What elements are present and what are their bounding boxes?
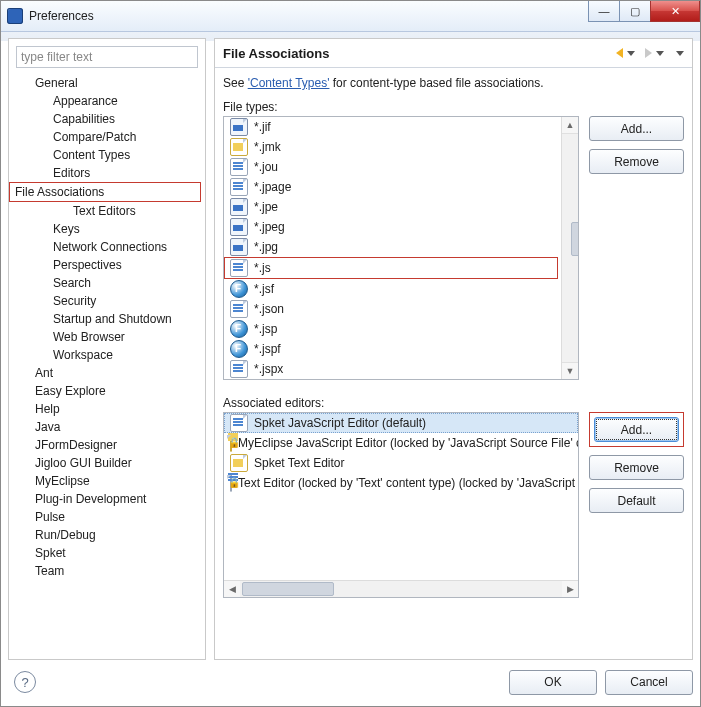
associated-editor-item[interactable]: Text Editor (locked by 'Text' content ty… <box>224 473 578 493</box>
tree-item[interactable]: Capabilities <box>9 110 205 128</box>
tree-item[interactable]: Appearance <box>9 92 205 110</box>
tree-item[interactable]: Security <box>9 292 205 310</box>
filetype-item[interactable]: *.jpeg <box>224 217 562 237</box>
tree-item[interactable]: Compare/Patch <box>9 128 205 146</box>
tree-item[interactable]: Jigloo GUI Builder <box>9 454 205 472</box>
add-button-highlight: Add... <box>589 412 684 447</box>
minimize-button[interactable]: — <box>588 1 619 22</box>
tree-item[interactable]: MyEclipse <box>9 472 205 490</box>
filetypes-add-button[interactable]: Add... <box>589 116 684 141</box>
associated-editors-list[interactable]: Spket JavaScript Editor (default)MyEclip… <box>223 412 579 598</box>
content-types-link[interactable]: 'Content Types' <box>248 76 330 90</box>
dialog-button-bar: ? OK Cancel <box>8 665 693 699</box>
tree-item[interactable]: Network Connections <box>9 238 205 256</box>
hscroll-right-icon[interactable]: ▶ <box>562 581 578 597</box>
file-icon <box>230 218 248 236</box>
file-icon: F <box>230 320 248 338</box>
filetype-item[interactable]: F*.jsp <box>224 319 562 339</box>
help-icon[interactable]: ? <box>14 671 36 693</box>
page-panel: File Associations See 'Content Types' fo… <box>214 38 693 660</box>
filetype-item[interactable]: F*.jspf <box>224 339 562 359</box>
filetype-label: *.jou <box>254 157 278 177</box>
filetypes-scrollbar[interactable]: ▲ ▼ <box>561 117 578 379</box>
tree-item[interactable]: Easy Explore <box>9 382 205 400</box>
forward-icon[interactable] <box>645 48 652 58</box>
filetypes-list[interactable]: *.jif*.jmk*.jou*.jpage*.jpe*.jpeg*.jpg*.… <box>223 116 579 380</box>
file-icon <box>230 178 248 196</box>
back-menu-caret[interactable] <box>627 51 635 56</box>
tree-item[interactable]: Editors <box>9 164 205 182</box>
tree-item[interactable]: JFormDesigner <box>9 436 205 454</box>
tree-item[interactable]: Content Types <box>9 146 205 164</box>
filetype-item[interactable]: *.jpe <box>224 197 562 217</box>
filetype-label: *.jpage <box>254 177 291 197</box>
tree-item[interactable]: Text Editors <box>9 202 205 220</box>
desc-prefix: See <box>223 76 248 90</box>
tree-item[interactable]: Perspectives <box>9 256 205 274</box>
associated-editor-item[interactable]: MyEclipse JavaScript Editor (locked by '… <box>224 433 578 453</box>
header-tools <box>616 48 684 58</box>
filetype-item[interactable]: *.jif <box>224 117 562 137</box>
associated-editors-buttons: Add... Remove Default <box>589 412 684 513</box>
file-icon <box>230 198 248 216</box>
tree-item[interactable]: Plug-in Development <box>9 490 205 508</box>
filetypes-remove-button[interactable]: Remove <box>589 149 684 174</box>
hscroll-left-icon[interactable]: ◀ <box>224 581 240 597</box>
tree-item[interactable]: Help <box>9 400 205 418</box>
tree-item[interactable]: Workspace <box>9 346 205 364</box>
tree-item[interactable]: Team <box>9 562 205 580</box>
associated-editor-item[interactable]: Spket Text Editor <box>224 453 578 473</box>
tree-item[interactable]: Web Browser <box>9 328 205 346</box>
filetype-item[interactable]: *.jmk <box>224 137 562 157</box>
desc-suffix: for content-type based file associations… <box>329 76 543 90</box>
preferences-tree[interactable]: GeneralAppearanceCapabilitiesCompare/Pat… <box>9 72 205 659</box>
tree-item[interactable]: File Associations <box>9 182 201 202</box>
hscroll-thumb[interactable] <box>242 582 334 596</box>
filetype-item[interactable]: *.json <box>224 299 562 319</box>
filetype-label: *.jsp <box>254 319 277 339</box>
tree-item[interactable]: General <box>9 74 205 92</box>
associated-editors-add-button[interactable]: Add... <box>594 417 679 442</box>
filetypes-row: *.jif*.jmk*.jou*.jpage*.jpe*.jpeg*.jpg*.… <box>223 116 684 380</box>
tree-item[interactable]: Spket <box>9 544 205 562</box>
associated-editors-hscroll[interactable]: ◀ ▶ <box>224 580 578 597</box>
cancel-button[interactable]: Cancel <box>605 670 693 695</box>
back-icon[interactable] <box>616 48 623 58</box>
page-menu-caret[interactable] <box>676 51 684 56</box>
tree-item[interactable]: Keys <box>9 220 205 238</box>
filetype-label: *.jpg <box>254 237 278 257</box>
filetype-label: *.jmk <box>254 137 281 157</box>
filetype-item[interactable]: *.jpage <box>224 177 562 197</box>
tree-item[interactable]: Pulse <box>9 508 205 526</box>
tree-item[interactable]: Search <box>9 274 205 292</box>
forward-menu-caret[interactable] <box>656 51 664 56</box>
file-icon: F <box>230 340 248 358</box>
filetype-label: *.json <box>254 299 284 319</box>
filetype-item[interactable]: F*.jsf <box>224 279 562 299</box>
filetype-label: *.jpe <box>254 197 278 217</box>
filetype-item[interactable]: *.jou <box>224 157 562 177</box>
scroll-up-icon[interactable]: ▲ <box>562 117 578 134</box>
ok-button[interactable]: OK <box>509 670 597 695</box>
filetype-item[interactable]: *.jpg <box>224 237 562 257</box>
associated-editors-default-button[interactable]: Default <box>589 488 684 513</box>
filetype-item[interactable]: *.js <box>224 257 558 279</box>
filetype-item[interactable]: *.jspx <box>224 359 562 379</box>
associated-editors-remove-button[interactable]: Remove <box>589 455 684 480</box>
associated-editor-item[interactable]: Spket JavaScript Editor (default) <box>224 413 578 433</box>
nav-panel: type filter text GeneralAppearanceCapabi… <box>8 38 206 660</box>
filter-input[interactable]: type filter text <box>16 46 198 68</box>
tree-item[interactable]: Java <box>9 418 205 436</box>
filetype-label: *.jpeg <box>254 217 285 237</box>
maximize-button[interactable]: ▢ <box>619 1 650 22</box>
scroll-thumb[interactable] <box>571 222 579 256</box>
associated-editor-label: Spket JavaScript Editor (default) <box>254 413 426 433</box>
page-title: File Associations <box>223 46 329 61</box>
tree-item[interactable]: Run/Debug <box>9 526 205 544</box>
file-icon <box>230 118 248 136</box>
scroll-down-icon[interactable]: ▼ <box>562 362 578 379</box>
file-icon <box>230 300 248 318</box>
tree-item[interactable]: Ant <box>9 364 205 382</box>
close-button[interactable]: ✕ <box>650 1 700 22</box>
tree-item[interactable]: Startup and Shutdown <box>9 310 205 328</box>
